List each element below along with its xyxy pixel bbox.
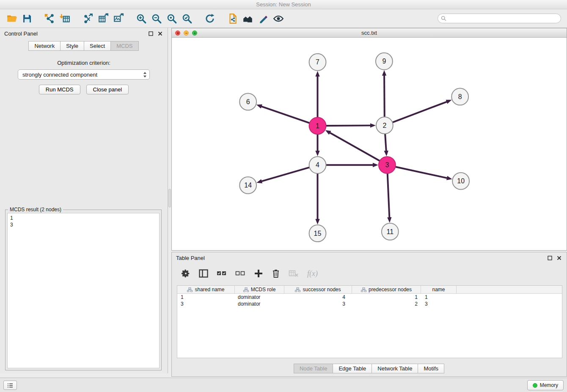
- right-column: scc.txt 7968124314101511 Table Panel: [171, 28, 567, 378]
- float-panel-icon[interactable]: [147, 30, 154, 37]
- svg-text:11: 11: [387, 228, 394, 235]
- memory-button[interactable]: Memory: [527, 380, 564, 390]
- tab-network-table[interactable]: Network Table: [372, 364, 418, 373]
- close-panel-icon[interactable]: [157, 30, 163, 37]
- home-network-icon[interactable]: [240, 11, 256, 26]
- svg-text:2: 2: [383, 122, 386, 129]
- graph-node-6[interactable]: 6: [239, 93, 256, 110]
- graph-edge-arrowhead: [256, 179, 262, 183]
- column-visibility-icon[interactable]: [199, 269, 208, 278]
- svg-text:14: 14: [244, 182, 252, 189]
- network-window-title: scc.txt: [172, 30, 567, 36]
- graph-node-9[interactable]: 9: [376, 53, 393, 70]
- list-icon: [7, 383, 13, 388]
- delete-column-icon[interactable]: [272, 269, 280, 278]
- mcds-result-list[interactable]: 1 3: [7, 213, 160, 368]
- graph-edge-arrowhead: [446, 100, 452, 104]
- tab-select[interactable]: Select: [84, 41, 111, 51]
- criterion-dropdown[interactable]: strongly connected component: [18, 69, 150, 80]
- table-row[interactable]: 1 dominator 4 1 1: [177, 294, 562, 301]
- graph-edge-3-1[interactable]: [329, 133, 380, 161]
- optimization-criterion-label: Optimization criterion:: [0, 60, 168, 66]
- task-history-button[interactable]: [3, 381, 17, 390]
- show-hide-eye-icon[interactable]: [271, 11, 286, 26]
- graph-node-3[interactable]: 3: [379, 157, 396, 174]
- main-area: Control Panel Network Style Select MCDS …: [0, 28, 567, 378]
- tab-mcds[interactable]: MCDS: [110, 41, 138, 51]
- control-panel-tabs: Network Style Select MCDS: [0, 41, 168, 51]
- graph-edge-3-11[interactable]: [388, 174, 390, 218]
- graph-edge-3-10[interactable]: [395, 167, 448, 178]
- window-close-icon[interactable]: [175, 30, 180, 36]
- svg-text:7: 7: [316, 58, 319, 66]
- add-column-icon[interactable]: [254, 269, 263, 278]
- zoom-out-icon[interactable]: [149, 11, 164, 26]
- close-panel-button[interactable]: Close panel: [86, 85, 129, 94]
- table-row[interactable]: 3 dominator 3 2 3: [177, 301, 562, 307]
- refresh-icon[interactable]: [202, 11, 217, 26]
- graph-node-2[interactable]: 2: [376, 117, 393, 134]
- mcds-result-item: 1: [10, 215, 157, 221]
- tab-network[interactable]: Network: [28, 41, 61, 51]
- mcds-result-item: 3: [10, 221, 157, 228]
- run-mcds-button[interactable]: Run MCDS: [39, 85, 80, 94]
- tab-edge-table[interactable]: Edge Table: [333, 364, 372, 373]
- control-panel: Control Panel Network Style Select MCDS …: [0, 28, 168, 373]
- apply-style-icon[interactable]: [256, 11, 271, 26]
- graph-node-10[interactable]: 10: [452, 173, 469, 190]
- float-table-panel-icon[interactable]: [546, 254, 553, 261]
- document-share-icon[interactable]: [225, 11, 240, 26]
- save-icon[interactable]: [19, 11, 35, 26]
- column-header-name[interactable]: name: [421, 286, 457, 293]
- column-header-successor-nodes[interactable]: successor nodes: [284, 286, 352, 293]
- panel-splitter-handle[interactable]: [168, 189, 171, 207]
- graph-node-11[interactable]: 11: [382, 223, 399, 240]
- window-zoom-icon[interactable]: [192, 30, 197, 36]
- zoom-fit-icon[interactable]: [164, 11, 179, 26]
- graph-edge-2-9[interactable]: [384, 75, 385, 117]
- import-table-icon[interactable]: [58, 11, 73, 26]
- export-image-icon[interactable]: [111, 11, 126, 26]
- import-network-icon[interactable]: [42, 11, 58, 26]
- close-table-panel-icon[interactable]: [556, 254, 562, 261]
- column-header-predecessor-nodes[interactable]: predecessor nodes: [352, 286, 421, 293]
- search-icon: [441, 16, 446, 21]
- tab-node-table[interactable]: Node Table: [294, 364, 333, 373]
- zoom-selected-icon[interactable]: [179, 11, 195, 26]
- network-canvas[interactable]: 7968124314101511: [172, 38, 567, 250]
- column-header-mcds-role[interactable]: MCDS role: [235, 286, 284, 293]
- open-folder-icon[interactable]: [4, 11, 19, 26]
- select-all-icon[interactable]: [217, 270, 227, 277]
- graph-edge-4-14[interactable]: [261, 167, 310, 181]
- table-settings-gear-icon[interactable]: [181, 269, 190, 278]
- column-header-shared-name[interactable]: shared name: [177, 286, 235, 293]
- unselect-all-icon[interactable]: [235, 270, 245, 277]
- window-minimize-icon[interactable]: [184, 30, 189, 36]
- graph-edge-1-6[interactable]: [261, 106, 309, 123]
- graph-edge-2-8[interactable]: [392, 102, 447, 122]
- search-input[interactable]: [438, 14, 561, 23]
- graph-node-14[interactable]: 14: [239, 177, 256, 194]
- window-title: Session: New Session: [0, 0, 567, 9]
- graph-node-7[interactable]: 7: [309, 54, 326, 71]
- svg-text:1: 1: [316, 122, 319, 130]
- graph-node-8[interactable]: 8: [451, 88, 468, 105]
- table-panel-title: Table Panel: [176, 255, 205, 261]
- export-network-icon[interactable]: [80, 11, 96, 26]
- network-graph: 7968124314101511: [172, 38, 567, 250]
- graph-edge-1-2[interactable]: [326, 125, 371, 126]
- graph-edge-arrowhead: [446, 176, 452, 180]
- graph-edge-2-3[interactable]: [385, 134, 386, 152]
- delete-table-icon-disabled: [289, 270, 299, 277]
- graph-node-15[interactable]: 15: [309, 225, 326, 242]
- table-toolbar: f(x): [181, 267, 567, 280]
- tab-style[interactable]: Style: [60, 41, 84, 51]
- graph-edge-arrowhead: [387, 217, 391, 223]
- mcds-result-title: MCDS result (2 nodes): [8, 207, 63, 213]
- graph-node-1[interactable]: 1: [309, 117, 326, 134]
- graph-edge-arrowhead: [315, 71, 319, 77]
- graph-node-4[interactable]: 4: [309, 157, 326, 174]
- zoom-in-icon[interactable]: [134, 11, 149, 26]
- export-table-icon[interactable]: [96, 11, 111, 26]
- tab-motifs[interactable]: Motifs: [418, 364, 444, 373]
